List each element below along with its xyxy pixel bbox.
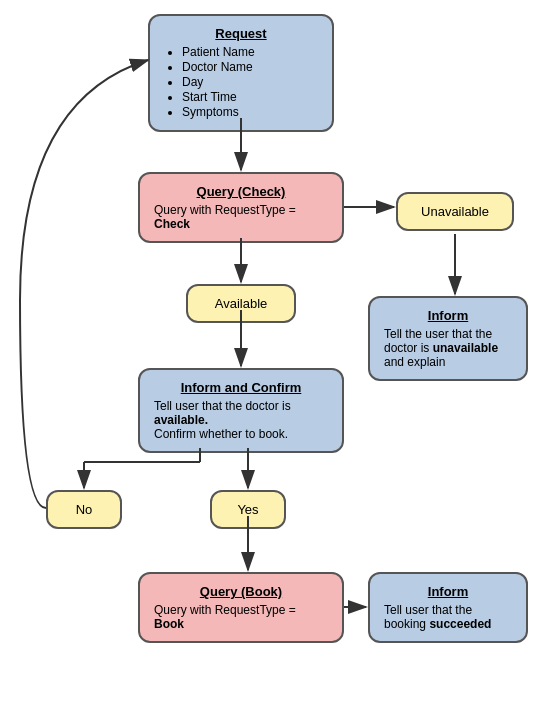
- request-title: Request: [164, 26, 318, 41]
- query-book-node: Query (Book) Query with RequestType = Bo…: [138, 572, 344, 643]
- inform-success-title: Inform: [384, 584, 512, 599]
- no-label: No: [76, 502, 93, 517]
- inform-confirm-text: Tell user that the doctor is available.C…: [154, 399, 328, 441]
- yes-label: Yes: [237, 502, 258, 517]
- flowchart: Request Patient Name Doctor Name Day Sta…: [0, 0, 560, 704]
- available-node: Available: [186, 284, 296, 323]
- query-book-text: Query with RequestType = Book: [154, 603, 328, 631]
- yes-node: Yes: [210, 490, 286, 529]
- available-label: Available: [215, 296, 268, 311]
- unavailable-node: Unavailable: [396, 192, 514, 231]
- request-node: Request Patient Name Doctor Name Day Sta…: [148, 14, 334, 132]
- query-book-title: Query (Book): [154, 584, 328, 599]
- inform-unavailable-node: Inform Tell the user that the doctor is …: [368, 296, 528, 381]
- query-check-node: Query (Check) Query with RequestType = C…: [138, 172, 344, 243]
- request-list: Patient Name Doctor Name Day Start Time …: [164, 45, 318, 119]
- inform-success-text: Tell user that the booking succeeded: [384, 603, 512, 631]
- query-check-text: Query with RequestType = Check: [154, 203, 328, 231]
- unavailable-label: Unavailable: [421, 204, 489, 219]
- inform-unavailable-title: Inform: [384, 308, 512, 323]
- inform-confirm-node: Inform and Confirm Tell user that the do…: [138, 368, 344, 453]
- inform-success-node: Inform Tell user that the booking succee…: [368, 572, 528, 643]
- no-node: No: [46, 490, 122, 529]
- inform-unavailable-text: Tell the user that the doctor is unavail…: [384, 327, 512, 369]
- query-check-title: Query (Check): [154, 184, 328, 199]
- inform-confirm-title: Inform and Confirm: [154, 380, 328, 395]
